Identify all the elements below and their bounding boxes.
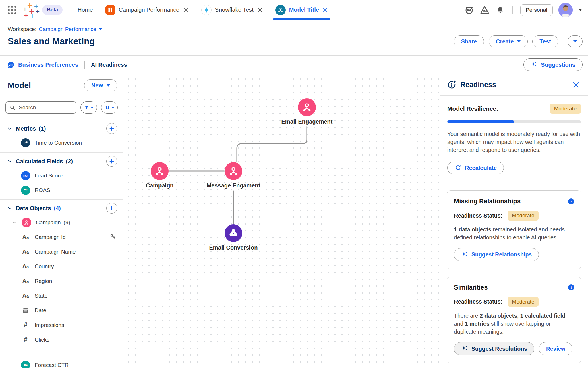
field-impressions[interactable]: # Impressions <box>0 318 123 332</box>
data-objects-section-label: Data Objects <box>16 205 51 212</box>
tab-campaign-performance[interactable]: Campaign Performance <box>105 0 188 20</box>
recalculate-button-label: Recalculate <box>465 165 497 171</box>
field-date[interactable]: Date <box>0 303 123 318</box>
personal-button[interactable]: Personal <box>520 4 553 16</box>
suggest-relationships-button[interactable]: Suggest Relationships <box>454 248 539 261</box>
tab-model-title-label: Model Title <box>289 7 319 13</box>
readiness-info-sparkle-icon <box>447 80 456 89</box>
list-item-lead-score[interactable]: =Aa Lead Score <box>0 168 123 183</box>
workspace-label: Workspace: <box>8 26 36 32</box>
edge-email-message <box>237 126 307 162</box>
close-icon[interactable] <box>183 7 189 13</box>
sparkle-icon <box>461 251 468 258</box>
card-body: There are 2 data objects, 1 calculated f… <box>454 312 574 336</box>
text-field-icon: Aa <box>21 292 30 299</box>
similarities-card: Similarities i Readiness Status: Moderat… <box>447 277 581 363</box>
card-title: Similarities <box>454 284 488 291</box>
add-calculated-field-button[interactable] <box>106 156 117 167</box>
resilience-description: Your semantic model is moderately ready … <box>447 130 581 154</box>
search-box[interactable] <box>5 101 76 114</box>
model-canvas[interactable]: Email Engagement Campaign Message Engame… <box>123 74 440 368</box>
field-state[interactable]: Aa State <box>0 288 123 303</box>
field-clicks[interactable]: # Clicks <box>0 332 123 347</box>
node-campaign[interactable]: Campaign <box>128 162 191 189</box>
create-button[interactable]: Create <box>489 35 528 47</box>
top-tabs: Home Campaign Performance Snowflake Test <box>78 0 328 20</box>
avatar[interactable] <box>558 3 573 17</box>
list-item-time-to-conversion[interactable]: Time to Conversion <box>0 135 123 150</box>
info-icon[interactable]: i <box>568 284 574 290</box>
readiness-status-label: Readiness Status: <box>454 298 502 305</box>
topbar-divider <box>512 6 513 14</box>
sort-chevron-down-icon <box>111 107 114 108</box>
chevron-down-icon[interactable] <box>8 126 12 131</box>
suggest-relationships-label: Suggest Relationships <box>471 251 532 258</box>
notifications-bell-icon[interactable] <box>495 5 505 15</box>
recalculate-button[interactable]: Recalculate <box>447 162 504 174</box>
node-message-engament[interactable]: Message Engament <box>202 162 265 189</box>
app-launcher-icon[interactable] <box>7 5 18 16</box>
field-campaign-id[interactable]: Aa Campaign Id <box>0 230 123 244</box>
card-body-strong: 1 calculated field <box>520 313 565 319</box>
workspace-chevron-down-icon[interactable] <box>99 28 102 30</box>
close-panel-button[interactable] <box>571 80 581 90</box>
agentforce-mascot-icon[interactable] <box>464 5 474 15</box>
field-region[interactable]: Aa Region <box>0 274 123 288</box>
tableau-logo[interactable]: + + + + + + + Beta <box>23 2 63 18</box>
close-icon[interactable] <box>257 7 263 13</box>
chevron-down-icon[interactable] <box>8 206 12 210</box>
new-button[interactable]: New <box>84 79 117 91</box>
data-object-node-icon <box>151 162 169 180</box>
list-item-forecast-ctr[interactable]: =# Forecast CTR <box>0 358 123 368</box>
review-button[interactable]: Review <box>539 342 572 355</box>
card-body-text: , <box>517 313 520 319</box>
filter-button[interactable] <box>80 101 97 114</box>
divider <box>0 199 123 200</box>
divider <box>20 352 114 352</box>
create-button-label: Create <box>496 38 514 45</box>
sort-button[interactable] <box>101 101 118 114</box>
resilience-progress-fill <box>447 120 514 123</box>
add-metric-button[interactable] <box>106 123 117 134</box>
list-item-roas[interactable]: =# ROAS <box>0 183 123 198</box>
page-title: Sales and Marketing <box>8 36 95 47</box>
data-object-campaign[interactable]: Campaign (9) <box>0 215 123 230</box>
close-icon[interactable] <box>322 7 328 13</box>
suggestions-button[interactable]: Suggestions <box>523 58 583 71</box>
node-email-engagement[interactable]: Email Engagement <box>275 98 339 125</box>
list-item-label: Time to Conversion <box>35 140 82 146</box>
card-body-text: There are <box>454 313 480 319</box>
field-campaign-name[interactable]: Aa Campaign Name <box>0 244 123 259</box>
calendar-icon <box>21 307 30 314</box>
business-preferences-label: Business Preferences <box>18 62 78 68</box>
page-header: Workspace: Campaign Performance Sales an… <box>0 20 588 55</box>
workspace-row: Workspace: Campaign Performance <box>8 26 583 32</box>
status-badge: Moderate <box>508 297 539 307</box>
share-button[interactable]: Share <box>454 35 484 47</box>
field-label: Clicks <box>35 337 49 343</box>
chevron-down-icon[interactable] <box>8 159 12 163</box>
account-chevron-down-icon[interactable] <box>579 9 582 11</box>
filter-funnel-icon <box>84 105 90 110</box>
tab-home[interactable]: Home <box>78 0 93 20</box>
calculated-text-field-icon: =Aa <box>21 171 30 180</box>
search-input[interactable] <box>18 104 72 111</box>
add-data-object-button[interactable] <box>106 203 117 214</box>
trailhead-icon[interactable] <box>480 5 490 15</box>
more-actions-button[interactable] <box>568 35 583 47</box>
workspace-name-link[interactable]: Campaign Performance <box>39 26 96 32</box>
chevron-down-icon[interactable] <box>13 221 17 225</box>
field-country[interactable]: Aa Country <box>0 259 123 274</box>
info-icon[interactable]: i <box>568 198 574 204</box>
data-object-label: Campaign <box>36 219 61 226</box>
node-email-conversion[interactable]: Email Conversion <box>202 224 265 251</box>
snowflake-tab-icon <box>201 5 212 15</box>
field-label: Date <box>35 307 46 314</box>
tab-model-title[interactable]: Model Title <box>275 0 328 20</box>
ai-readiness-link[interactable]: AI Readiness <box>91 62 127 68</box>
tab-snowflake-test[interactable]: Snowflake Test <box>201 0 263 20</box>
business-preferences-link[interactable]: Business Preferences <box>7 61 78 68</box>
data-object-field-count: (9) <box>64 219 70 226</box>
test-button[interactable]: Test <box>532 35 558 47</box>
suggest-resolutions-button[interactable]: Suggest Resolutions <box>454 342 534 355</box>
